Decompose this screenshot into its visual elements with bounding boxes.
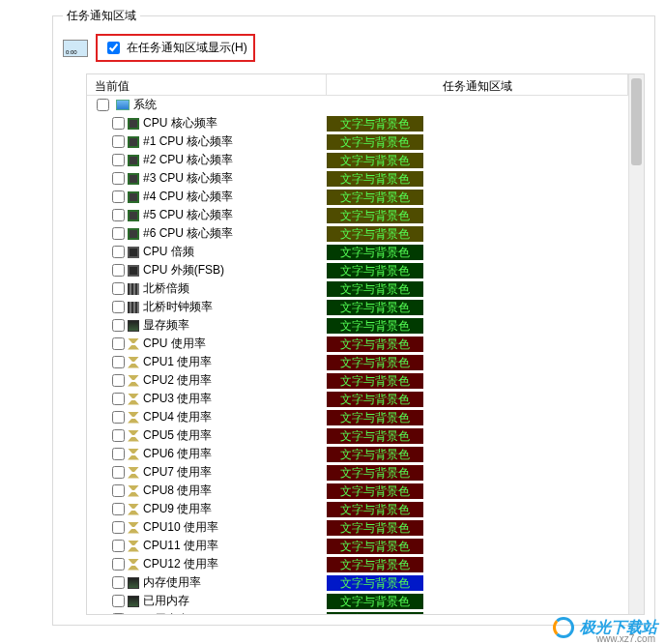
color-badge[interactable]: 文字与背景色 bbox=[327, 502, 423, 517]
show-in-tray-label[interactable]: 在任务通知区域显示(H) bbox=[127, 40, 247, 56]
color-badge[interactable]: 文字与背景色 bbox=[327, 575, 423, 591]
row-checkbox[interactable] bbox=[112, 356, 125, 368]
color-badge[interactable]: 文字与背景色 bbox=[327, 171, 423, 187]
scrollbar-thumb[interactable] bbox=[631, 78, 642, 165]
row-checkbox[interactable] bbox=[112, 466, 125, 479]
sensor-row[interactable]: CPU3 使用率文字与背景色 bbox=[87, 390, 628, 408]
color-badge[interactable]: 文字与背景色 bbox=[327, 337, 423, 352]
color-badge[interactable]: 文字与背景色 bbox=[327, 447, 423, 462]
row-checkbox[interactable] bbox=[112, 117, 125, 130]
color-badge[interactable]: 文字与背景色 bbox=[327, 594, 423, 609]
color-badge[interactable]: 文字与背景色 bbox=[327, 410, 423, 425]
row-label: CPU8 使用率 bbox=[143, 483, 327, 499]
row-checkbox[interactable] bbox=[112, 429, 125, 442]
sensor-row[interactable]: CPU7 使用率文字与背景色 bbox=[87, 463, 628, 482]
row-checkbox[interactable] bbox=[112, 411, 125, 424]
row-checkbox[interactable] bbox=[112, 135, 125, 148]
color-badge[interactable]: 文字与背景色 bbox=[327, 539, 423, 554]
header-notify-area[interactable]: 任务通知区域 bbox=[327, 74, 628, 95]
tree-root-system[interactable]: 系统 bbox=[87, 96, 628, 114]
sensor-row[interactable]: CPU 核心频率文字与背景色 bbox=[87, 114, 628, 132]
sensor-row[interactable]: CPU10 使用率文字与背景色 bbox=[87, 518, 628, 537]
sensor-row[interactable]: 北桥时钟频率文字与背景色 bbox=[87, 298, 628, 316]
color-badge[interactable]: 文字与背景色 bbox=[327, 373, 423, 389]
row-checkbox[interactable] bbox=[112, 172, 125, 185]
row-checkbox[interactable] bbox=[112, 209, 125, 221]
row-checkbox[interactable] bbox=[112, 503, 125, 515]
row-checkbox[interactable] bbox=[112, 264, 125, 277]
sensor-list: 当前值 任务通知区域 系统CPU 核心频率文字与背景色#1 CPU 核心频率文字… bbox=[86, 73, 645, 615]
color-badge[interactable]: 文字与背景色 bbox=[327, 520, 423, 536]
color-badge[interactable]: 文字与背景色 bbox=[327, 318, 423, 334]
sensor-row[interactable]: CPU8 使用率文字与背景色 bbox=[87, 482, 628, 500]
color-badge[interactable]: 文字与背景色 bbox=[327, 612, 423, 615]
sensor-row[interactable]: 内存使用率文字与背景色 bbox=[87, 573, 628, 592]
color-badge[interactable]: 文字与背景色 bbox=[327, 153, 423, 168]
highlight-box: 在任务通知区域显示(H) bbox=[96, 34, 255, 62]
row-checkbox[interactable] bbox=[112, 282, 125, 295]
color-badge[interactable]: 文字与背景色 bbox=[327, 392, 423, 407]
row-checkbox[interactable] bbox=[112, 521, 125, 534]
row-checkbox[interactable] bbox=[112, 576, 125, 589]
sensor-row[interactable]: CPU4 使用率文字与背景色 bbox=[87, 408, 628, 426]
row-checkbox[interactable] bbox=[112, 393, 125, 405]
sensor-row[interactable]: CPU 倍频文字与背景色 bbox=[87, 243, 628, 261]
row-label: CPU6 使用率 bbox=[143, 446, 327, 462]
sensor-row[interactable]: CPU2 使用率文字与背景色 bbox=[87, 371, 628, 390]
color-badge[interactable]: 文字与背景色 bbox=[327, 281, 423, 297]
sensor-row[interactable]: #5 CPU 核心频率文字与背景色 bbox=[87, 206, 628, 224]
sensor-row[interactable]: CPU6 使用率文字与背景色 bbox=[87, 445, 628, 463]
sensor-row[interactable]: #6 CPU 核心频率文字与背景色 bbox=[87, 224, 628, 243]
row-label: CPU7 使用率 bbox=[143, 464, 327, 481]
color-badge[interactable]: 文字与背景色 bbox=[327, 263, 423, 278]
sensor-row[interactable]: #3 CPU 核心频率文字与背景色 bbox=[87, 169, 628, 188]
color-badge[interactable]: 文字与背景色 bbox=[327, 355, 423, 370]
row-checkbox[interactable] bbox=[112, 595, 125, 607]
color-badge[interactable]: 文字与背景色 bbox=[327, 134, 423, 150]
row-checkbox[interactable] bbox=[112, 301, 125, 313]
sensor-row[interactable]: CPU12 使用率文字与背景色 bbox=[87, 555, 628, 573]
show-in-tray-checkbox[interactable] bbox=[107, 42, 120, 54]
color-badge[interactable]: 文字与背景色 bbox=[327, 116, 423, 132]
row-checkbox[interactable] bbox=[112, 319, 125, 332]
color-badge[interactable]: 文字与背景色 bbox=[327, 226, 423, 242]
color-badge[interactable]: 文字与背景色 bbox=[327, 483, 423, 499]
sensor-row[interactable]: #4 CPU 核心频率文字与背景色 bbox=[87, 188, 628, 206]
row-checkbox[interactable] bbox=[112, 448, 125, 460]
sensor-row[interactable]: CPU 外频(FSB)文字与背景色 bbox=[87, 261, 628, 279]
row-checkbox[interactable] bbox=[112, 558, 125, 571]
color-badge[interactable]: 文字与背景色 bbox=[327, 465, 423, 481]
color-badge[interactable]: 文字与背景色 bbox=[327, 190, 423, 205]
sensor-row[interactable]: CPU1 使用率文字与背景色 bbox=[87, 353, 628, 371]
row-checkbox[interactable] bbox=[112, 613, 125, 614]
row-checkbox[interactable] bbox=[112, 540, 125, 552]
color-badge[interactable]: 文字与背景色 bbox=[327, 245, 423, 260]
row-label: 北桥倍频 bbox=[143, 280, 327, 297]
ic-chip-icon bbox=[128, 136, 139, 148]
sensor-row[interactable]: 已用内存文字与背景色 bbox=[87, 592, 628, 610]
sensor-row[interactable]: 北桥倍频文字与背景色 bbox=[87, 279, 628, 298]
row-checkbox[interactable] bbox=[112, 154, 125, 166]
row-checkbox[interactable] bbox=[112, 374, 125, 387]
row-checkbox[interactable] bbox=[112, 190, 125, 203]
scrollbar[interactable] bbox=[628, 74, 644, 614]
row-checkbox[interactable] bbox=[112, 246, 125, 258]
sensor-row[interactable]: #1 CPU 核心频率文字与背景色 bbox=[87, 132, 628, 151]
sensor-row[interactable]: #2 CPU 核心频率文字与背景色 bbox=[87, 151, 628, 169]
row-checkbox[interactable] bbox=[112, 227, 125, 240]
color-badge[interactable]: 文字与背景色 bbox=[327, 208, 423, 223]
sensor-row[interactable]: CPU 使用率文字与背景色 bbox=[87, 335, 628, 353]
sensor-row[interactable]: 可用内存文字与背景色 bbox=[87, 610, 628, 614]
color-badge[interactable]: 文字与背景色 bbox=[327, 428, 423, 444]
header-current-value[interactable]: 当前值 bbox=[87, 74, 327, 95]
root-checkbox[interactable] bbox=[97, 99, 109, 111]
sensor-row[interactable]: CPU11 使用率文字与背景色 bbox=[87, 537, 628, 555]
sensor-row[interactable]: CPU5 使用率文字与背景色 bbox=[87, 426, 628, 445]
row-checkbox[interactable] bbox=[112, 484, 125, 497]
sensor-row[interactable]: 显存频率文字与背景色 bbox=[87, 316, 628, 335]
color-badge[interactable]: 文字与背景色 bbox=[327, 557, 423, 572]
color-badge[interactable]: 文字与背景色 bbox=[327, 300, 423, 315]
watermark-url: www.xz7.com bbox=[596, 633, 655, 644]
sensor-row[interactable]: CPU9 使用率文字与背景色 bbox=[87, 500, 628, 518]
row-checkbox[interactable] bbox=[112, 337, 125, 350]
